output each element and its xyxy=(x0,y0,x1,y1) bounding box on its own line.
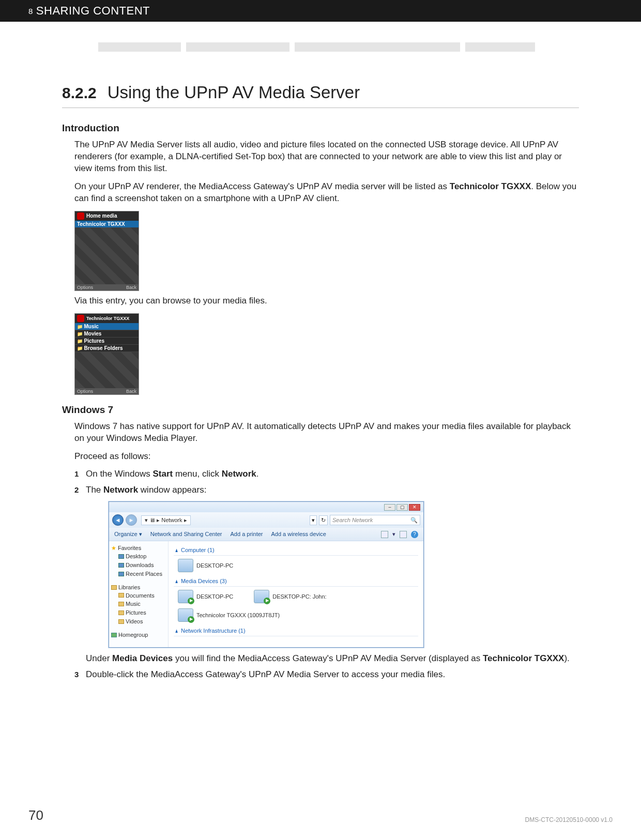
add-wireless-link[interactable]: Add a wireless device xyxy=(271,530,326,538)
sidebar-pictures[interactable]: Pictures xyxy=(118,608,166,617)
intro-p3: Via this entry, you can browse to your m… xyxy=(74,295,579,307)
phone2-body xyxy=(75,352,139,388)
win7-sidebar: Favorites Desktop Downloads Recent Place… xyxy=(109,541,169,647)
back-button[interactable]: ◄ xyxy=(112,514,124,526)
phone2-list: Music Movies Pictures Browse Folders xyxy=(75,323,139,352)
media-device-icon xyxy=(254,590,269,603)
sidebar-desktop[interactable]: Desktop xyxy=(118,552,166,561)
win7-toolbar: Organize ▾ Network and Sharing Center Ad… xyxy=(109,528,423,541)
sidebar-music[interactable]: Music xyxy=(118,600,166,608)
section-title: Using the UPnP AV Media Server xyxy=(108,83,360,102)
section-heading: 8.2.2 Using the UPnP AV Media Server xyxy=(62,83,579,108)
view-icon[interactable] xyxy=(381,531,388,538)
tab-placeholder xyxy=(186,42,289,52)
home-icon xyxy=(77,212,84,220)
search-icon: 🔍 xyxy=(410,516,418,524)
sidebar-videos[interactable]: Videos xyxy=(118,617,166,626)
win7-p2: Proceed as follows: xyxy=(74,451,579,463)
win7-titlebar: – ▢ ✕ xyxy=(109,502,423,512)
phone2-item-music: Music xyxy=(75,323,139,330)
media-device-technicolor[interactable]: Technicolor TGXXX (1009JT8JT) xyxy=(178,608,280,622)
page-footer: 70 DMS-CTC-20120510-0000 v1.0 xyxy=(0,807,641,823)
step-1: 1 On the Windows Start menu, click Netwo… xyxy=(74,468,579,480)
refresh-button[interactable]: ▾ xyxy=(310,515,317,525)
category-media[interactable]: ▲ Media Devices (3) xyxy=(174,577,418,587)
phone2-softkeys: OptionsBack xyxy=(75,388,139,394)
sidebar-favorites[interactable]: Favorites xyxy=(111,544,166,552)
help-icon[interactable]: ? xyxy=(411,531,418,538)
section-number: 8.2.2 xyxy=(62,84,97,102)
device-desktop-pc[interactable]: DESKTOP-PC xyxy=(178,559,233,572)
step-3: 3 Double-click the MediaAccess Gateway's… xyxy=(74,669,579,681)
search-input[interactable]: Search Network🔍 xyxy=(330,515,420,525)
win7-navbar: ◄ ► ▾ 🖥 ▸ Network ▸ ▾ ↻ Search Network🔍 xyxy=(109,512,423,528)
sidebar-documents[interactable]: Documents xyxy=(118,591,166,600)
phone1-body xyxy=(75,227,139,284)
add-printer-link[interactable]: Add a printer xyxy=(231,530,263,538)
media-device-icon xyxy=(178,608,193,622)
win7-steps: 1 On the Windows Start menu, click Netwo… xyxy=(74,468,579,680)
media-device-desktop[interactable]: DESKTOP-PC xyxy=(178,590,233,603)
phone2-item-pictures: Pictures xyxy=(75,338,139,345)
tab-placeholder xyxy=(465,42,535,52)
win7-p1: Windows 7 has native support for UPnP AV… xyxy=(74,421,579,445)
windows7-heading: Windows 7 xyxy=(62,404,579,416)
media-device-icon xyxy=(178,590,193,603)
refresh-icon[interactable]: ↻ xyxy=(319,515,328,525)
sidebar-recent[interactable]: Recent Places xyxy=(118,570,166,578)
phone2-item-movies: Movies xyxy=(75,330,139,338)
intro-p1: The UPnP AV Media Server lists all audio… xyxy=(74,139,579,175)
maximize-button[interactable]: ▢ xyxy=(396,504,408,511)
phone2-item-browse: Browse Folders xyxy=(75,345,139,352)
phone-screenshot-2: Technicolor TGXXX Music Movies Pictures … xyxy=(74,313,139,395)
sidebar-homegroup[interactable]: Homegroup xyxy=(111,631,166,639)
phone2-titlebar: Technicolor TGXXX xyxy=(75,314,139,323)
close-button[interactable]: ✕ xyxy=(409,504,420,511)
media-device-john[interactable]: DESKTOP-PC: John: xyxy=(254,590,326,603)
phone-screenshot-1: Home media Technicolor TGXXX OptionsBack xyxy=(74,211,139,291)
forward-button[interactable]: ► xyxy=(126,514,137,526)
chapter-number: 8 xyxy=(28,7,33,16)
breadcrumb[interactable]: ▾ 🖥 ▸ Network ▸ xyxy=(141,515,191,525)
phone1-selected-item: Technicolor TGXXX xyxy=(75,221,139,227)
organize-menu[interactable]: Organize ▾ xyxy=(114,530,142,538)
tab-placeholder xyxy=(295,42,460,52)
phone1-titlebar: Home media xyxy=(75,211,139,221)
page-number: 70 xyxy=(28,807,43,823)
step-2: 2 The Network window appears: – ▢ ✕ ◄ ► … xyxy=(74,484,579,664)
preview-icon[interactable] xyxy=(400,531,407,538)
sidebar-libraries[interactable]: Libraries xyxy=(111,584,166,591)
chapter-header: 8 SHARING CONTENT xyxy=(0,0,641,22)
computer-icon xyxy=(178,559,193,572)
phone1-softkeys: OptionsBack xyxy=(75,284,139,291)
intro-p2: On your UPnP AV renderer, the MediaAcces… xyxy=(74,181,579,205)
chapter-title: SHARING CONTENT xyxy=(36,4,150,18)
category-computer[interactable]: ▲ Computer (1) xyxy=(174,546,418,556)
minimize-button[interactable]: – xyxy=(384,504,395,511)
intro-heading: Introduction xyxy=(62,123,579,134)
category-infra[interactable]: ▲ Network Infrastructure (1) xyxy=(174,627,418,636)
tab-strip xyxy=(0,22,641,52)
win7-body: Favorites Desktop Downloads Recent Place… xyxy=(109,541,423,647)
sidebar-downloads[interactable]: Downloads xyxy=(118,561,166,570)
document-id: DMS-CTC-20120510-0000 v1.0 xyxy=(525,816,613,823)
home-icon xyxy=(77,315,84,322)
win7-network-window: – ▢ ✕ ◄ ► ▾ 🖥 ▸ Network ▸ ▾ ↻ Search Net xyxy=(109,501,424,647)
tab-placeholder xyxy=(98,42,181,52)
win7-main: ▲ Computer (1) DESKTOP-PC ▲ Media Device… xyxy=(169,541,423,647)
network-sharing-link[interactable]: Network and Sharing Center xyxy=(150,530,222,538)
